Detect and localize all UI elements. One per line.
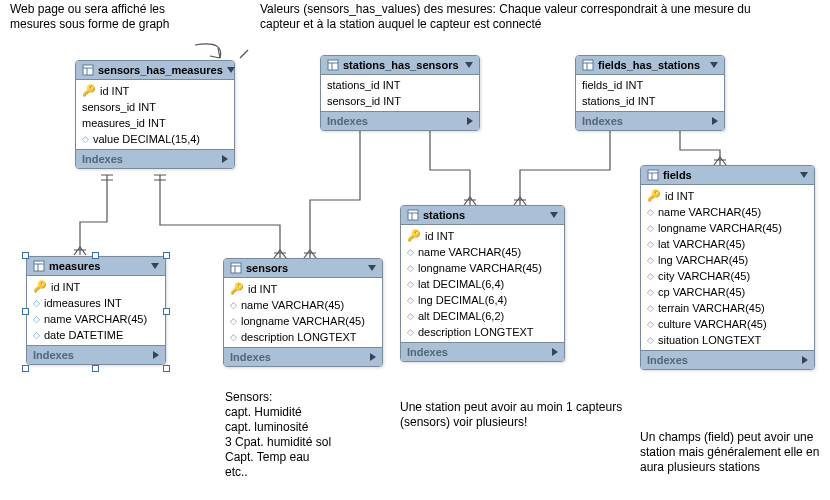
resize-handle[interactable] — [92, 252, 99, 259]
table-row[interactable]: ◇cp VARCHAR(45) — [641, 284, 814, 300]
table-icon — [407, 209, 419, 221]
chevron-down-icon[interactable] — [550, 212, 558, 218]
table-columns: 🔑id INT ◇name VARCHAR(45) ◇longname VARC… — [224, 278, 382, 347]
indexes-label: Indexes — [647, 354, 688, 366]
annotation-station-sensors: Une station peut avoir au moin 1 capteur… — [400, 400, 630, 430]
table-icon — [230, 262, 242, 274]
table-stations[interactable]: stations 🔑id INT ◇name VARCHAR(45) ◇long… — [400, 205, 565, 362]
annotation-values: Valeurs (sensors_has_values) des mesures… — [260, 2, 780, 32]
indexes-section[interactable]: Indexes — [76, 149, 234, 168]
table-header[interactable]: stations — [401, 206, 564, 225]
resize-handle[interactable] — [163, 308, 170, 315]
table-row[interactable]: ◇situation LONGTEXT — [641, 332, 814, 348]
chevron-down-icon[interactable] — [227, 67, 235, 73]
chevron-down-icon[interactable] — [710, 62, 718, 68]
chevron-down-icon[interactable] — [368, 265, 376, 271]
table-header[interactable]: fields_has_stations — [576, 56, 724, 75]
table-sensors[interactable]: sensors 🔑id INT ◇name VARCHAR(45) ◇longn… — [223, 258, 383, 367]
table-row[interactable]: fields_id INT — [576, 77, 724, 93]
table-row[interactable]: ◇value DECIMAL(15,4) — [76, 131, 234, 147]
annotation-sensors-list: Sensors: capt. Humidité capt. luminosité… — [225, 390, 385, 480]
indexes-label: Indexes — [230, 351, 271, 363]
svg-rect-15 — [408, 210, 418, 220]
table-title: fields — [663, 169, 692, 181]
table-row[interactable]: ◇description LONGTEXT — [401, 324, 564, 340]
table-sensors-has-measures[interactable]: sensors_has_measures 🔑id INT sensors_id … — [75, 60, 235, 169]
diamond-icon: ◇ — [647, 223, 654, 233]
table-row[interactable]: ◇lat VARCHAR(45) — [641, 236, 814, 252]
chevron-right-icon — [552, 348, 558, 356]
table-fields-has-stations[interactable]: fields_has_stations fields_id INT statio… — [575, 55, 725, 131]
table-columns: 🔑id INT ◇name VARCHAR(45) ◇longname VARC… — [641, 185, 814, 350]
chevron-right-icon — [222, 155, 228, 163]
table-row[interactable]: 🔑id INT — [224, 280, 382, 297]
column-label: sensors_id INT — [82, 101, 156, 113]
table-row[interactable]: 🔑id INT — [76, 82, 234, 99]
diamond-icon: ◇ — [407, 327, 414, 337]
table-row[interactable]: ◇lng DECIMAL(6,4) — [401, 292, 564, 308]
column-label: culture VARCHAR(45) — [658, 318, 767, 330]
table-row[interactable]: ◇alt DECIMAL(6,2) — [401, 308, 564, 324]
indexes-section[interactable]: Indexes — [401, 342, 564, 361]
column-label: longname VARCHAR(45) — [241, 315, 365, 327]
table-row[interactable]: ◇name VARCHAR(45) — [224, 297, 382, 313]
table-header[interactable]: stations_has_sensors — [321, 56, 479, 75]
diamond-icon: ◇ — [407, 247, 414, 257]
diamond-icon: ◇ — [647, 271, 654, 281]
table-stations-has-sensors[interactable]: stations_has_sensors stations_id INT sen… — [320, 55, 480, 131]
resize-handle[interactable] — [22, 252, 29, 259]
table-row[interactable]: ◇lng VARCHAR(45) — [641, 252, 814, 268]
table-title: stations_has_sensors — [343, 59, 459, 71]
table-row[interactable]: ◇city VARCHAR(45) — [641, 268, 814, 284]
table-row[interactable]: ◇longname VARCHAR(45) — [401, 260, 564, 276]
resize-handle[interactable] — [163, 252, 170, 259]
table-row[interactable]: 🔑id INT — [641, 187, 814, 204]
table-row[interactable]: 🔑id INT — [401, 227, 564, 244]
resize-handle[interactable] — [92, 365, 99, 372]
indexes-section[interactable]: Indexes — [576, 111, 724, 130]
table-row[interactable]: ◇lat DECIMAL(6,4) — [401, 276, 564, 292]
table-row[interactable]: sensors_id INT — [321, 93, 479, 109]
table-row[interactable]: ◇name VARCHAR(45) — [401, 244, 564, 260]
table-row[interactable]: ◇longname VARCHAR(45) — [224, 313, 382, 329]
chevron-right-icon — [467, 117, 473, 125]
table-title: fields_has_stations — [598, 59, 700, 71]
table-header[interactable]: fields — [641, 166, 814, 185]
table-row[interactable]: stations_id INT — [321, 77, 479, 93]
table-row[interactable]: ◇terrain VARCHAR(45) — [641, 300, 814, 316]
table-fields[interactable]: fields 🔑id INT ◇name VARCHAR(45) ◇longna… — [640, 165, 815, 370]
table-row[interactable]: measures_id INT — [76, 115, 234, 131]
table-columns: 🔑id INT ◇name VARCHAR(45) ◇longname VARC… — [401, 225, 564, 342]
indexes-section[interactable]: Indexes — [224, 347, 382, 366]
resize-handle[interactable] — [22, 308, 29, 315]
table-row[interactable]: sensors_id INT — [76, 99, 234, 115]
column-label: value DECIMAL(15,4) — [93, 133, 200, 145]
table-icon — [327, 59, 339, 71]
svg-rect-12 — [231, 263, 241, 273]
resize-handle[interactable] — [22, 365, 29, 372]
diamond-icon: ◇ — [82, 134, 89, 144]
diamond-icon: ◇ — [647, 207, 654, 217]
column-label: lng DECIMAL(6,4) — [418, 294, 507, 306]
chevron-down-icon[interactable] — [800, 172, 808, 178]
column-label: city VARCHAR(45) — [658, 270, 750, 282]
table-columns: 🔑id INT sensors_id INT measures_id INT ◇… — [76, 80, 234, 149]
column-label: sensors_id INT — [327, 95, 401, 107]
column-label: stations_id INT — [582, 95, 655, 107]
table-row[interactable]: ◇name VARCHAR(45) — [641, 204, 814, 220]
indexes-label: Indexes — [327, 115, 368, 127]
indexes-section[interactable]: Indexes — [641, 350, 814, 369]
table-header[interactable]: sensors_has_measures — [76, 61, 234, 80]
table-row[interactable]: stations_id INT — [576, 93, 724, 109]
resize-handle[interactable] — [163, 365, 170, 372]
annotation-field-stations: Un champs (field) peut avoir une station… — [640, 430, 820, 475]
column-label: cp VARCHAR(45) — [658, 286, 745, 298]
chevron-down-icon[interactable] — [465, 62, 473, 68]
column-label: measures_id INT — [82, 117, 166, 129]
table-header[interactable]: sensors — [224, 259, 382, 278]
table-row[interactable]: ◇longname VARCHAR(45) — [641, 220, 814, 236]
indexes-section[interactable]: Indexes — [321, 111, 479, 130]
column-label: situation LONGTEXT — [658, 334, 761, 346]
table-row[interactable]: ◇culture VARCHAR(45) — [641, 316, 814, 332]
table-row[interactable]: ◇description LONGTEXT — [224, 329, 382, 345]
